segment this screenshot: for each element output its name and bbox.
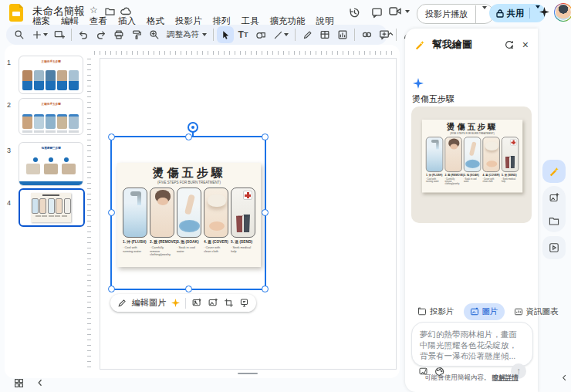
redo-icon[interactable]	[93, 26, 110, 43]
slideshow-button[interactable]: 投影片播放	[417, 4, 494, 24]
undo-icon[interactable]	[75, 26, 92, 43]
resize-handle-sw[interactable]	[108, 286, 115, 292]
soak-illustration	[177, 188, 201, 238]
print-icon[interactable]	[110, 26, 127, 43]
resize-handle-se[interactable]	[262, 286, 269, 292]
poster-step-send: 5. 送 (SEND)· Seek medical help	[502, 137, 519, 188]
comments-icon[interactable]	[370, 5, 383, 19]
vertical-ruler	[87, 59, 91, 367]
burn-treatment-poster: 燙傷五步驟 (FIVE STEPS FOR BURN TREATMENT) 1.…	[117, 163, 261, 267]
paint-format-icon[interactable]	[128, 26, 145, 43]
gemini-response-sparkle-icon	[413, 78, 424, 89]
notes-resize-handle[interactable]	[238, 373, 258, 374]
new-slide-layout-icon[interactable]	[51, 26, 68, 43]
learn-more-link[interactable]: 瞭解詳情	[492, 373, 519, 381]
poster-title: 燙傷五步驟	[117, 167, 261, 180]
slides-logo-icon[interactable]	[9, 4, 25, 22]
flush-illustration	[123, 188, 147, 238]
avatar[interactable]	[554, 3, 571, 22]
rail-image-icon[interactable]	[542, 186, 566, 209]
version-history-icon[interactable]	[347, 5, 361, 19]
slide-thumbnail-1[interactable]: 正確洗手五步驟	[19, 56, 83, 94]
collapse-panel-icon[interactable]	[560, 373, 569, 382]
prompt-input[interactable]: 夢幻的熱帶雨林相片，畫面中陽光照耀各色花朵綻放，背景有一瀑布沿著懸崖傾... ↑	[411, 322, 533, 367]
tab-infographic[interactable]: 資訊圖表	[508, 303, 565, 320]
crop-image-button[interactable]	[224, 298, 234, 308]
resize-handle-nw[interactable]	[108, 133, 115, 140]
poster-step-soak: 3. 泡 (SOAK)· Soak in cool water	[464, 137, 481, 188]
send-illustration	[231, 188, 255, 238]
zoom-fit-dropdown[interactable]: 調整為符	[164, 26, 210, 43]
cover-illustration	[482, 137, 499, 172]
share-button[interactable]: 共用	[489, 4, 546, 22]
resize-handle-n[interactable]	[185, 133, 192, 140]
rail-play-icon[interactable]	[542, 236, 566, 259]
edit-image-button[interactable]: 編輯圖片	[132, 297, 166, 309]
prompt-input-placeholder: 夢幻的熱帶雨林相片，畫面中陽光照耀各色花朵綻放，背景有一瀑布沿著懸崖傾...	[412, 323, 532, 361]
textbox-tool-icon[interactable]: TT	[235, 26, 252, 43]
resize-handle-s[interactable]	[185, 286, 192, 292]
line-tool-icon[interactable]	[270, 26, 292, 43]
share-dropdown[interactable]	[530, 8, 546, 18]
remove-illustration	[444, 137, 461, 172]
cover-illustration	[204, 188, 228, 238]
rail-help-me-visualize-active[interactable]	[542, 160, 566, 183]
poster-step-flush: 1. 沖 (FLUSH)· Cool with running water	[426, 137, 443, 188]
add-image-button[interactable]	[208, 298, 218, 308]
generated-image-preview[interactable]: 燙傷五步驟 (FIVE STEPS FOR BURN TREATMENT) 1.…	[411, 106, 532, 223]
tab-image-selected[interactable]: 圖片	[464, 303, 505, 320]
poster-subtitle: (FIVE STEPS FOR BURN TREATMENT)	[434, 132, 510, 135]
slide-number: 3	[7, 147, 11, 154]
prompt-text: 燙傷五步驟	[412, 93, 454, 105]
slide-thumbnail-3[interactable]: 地震應變三步驟	[19, 142, 83, 186]
panel-title: 幫我繪圖	[432, 38, 472, 52]
rail-folder-icon[interactable]	[542, 209, 566, 232]
resize-handle-w[interactable]	[108, 209, 115, 216]
feedback-button[interactable]	[239, 298, 249, 308]
collapse-filmstrip-icon[interactable]	[35, 378, 45, 387]
pen-tool-icon[interactable]	[299, 26, 316, 43]
close-panel-icon[interactable]: ×	[522, 39, 529, 51]
send-illustration	[502, 137, 519, 172]
selected-image[interactable]: 燙傷五步驟 (FIVE STEPS FOR BURN TREATMENT) 1.…	[110, 136, 266, 290]
tab-slides[interactable]: 投影片	[411, 303, 461, 320]
table-icon[interactable]	[316, 26, 333, 43]
disclaimer: 可能會使用簡報內容。 瞭解詳情	[405, 373, 538, 383]
poster-step-cover: 4. 蓋 (COVER)· Cover with clean cloth	[204, 188, 228, 262]
zoom-icon[interactable]	[146, 26, 163, 43]
slide-number: 2	[7, 101, 11, 109]
generated-poster-slot: 燙傷五步驟 (FIVE STEPS FOR BURN TREATMENT) 1.…	[422, 120, 532, 223]
slide-thumbnail-4-selected[interactable]	[19, 188, 85, 227]
main-toolbar: 調整為符 TT ⋮	[6, 25, 387, 45]
search-menus-icon[interactable]	[11, 26, 28, 43]
reset-history-icon[interactable]	[504, 39, 515, 50]
meet-button[interactable]	[389, 5, 410, 17]
grid-view-icon[interactable]	[14, 378, 24, 388]
poster-step-send: 5. 送 (SEND)· Seek medical help	[231, 188, 255, 262]
replace-image-button[interactable]	[191, 298, 202, 308]
resize-handle-e[interactable]	[262, 209, 269, 216]
new-slide-button[interactable]	[29, 26, 50, 43]
ai-sparkle-icon	[171, 299, 180, 307]
edit-pen-icon	[117, 299, 127, 308]
poster-step-soak: 3. 泡 (SOAK)· Soak in cool water	[177, 188, 201, 262]
insert-link-icon[interactable]	[358, 26, 375, 43]
chart-icon[interactable]	[334, 26, 351, 43]
poster-title: 燙傷五步驟	[422, 123, 522, 132]
soak-illustration	[464, 137, 481, 172]
poster-step-flush: 1. 沖 (FLUSH)· Cool with running water	[123, 188, 147, 262]
slide-thumbnail-2[interactable]: 正確洗手五步驟	[19, 98, 83, 135]
horizontal-ruler	[94, 51, 395, 55]
burn-treatment-poster: 燙傷五步驟 (FIVE STEPS FOR BURN TREATMENT) 1.…	[422, 120, 522, 193]
flush-illustration	[426, 137, 443, 172]
google-slides-window: 未命名簡報 ☆ 檔案 編輯 查看 插入 格式 投影片 排列 工具 擴充功能 說明…	[0, 0, 571, 392]
poster-step-cover: 4. 蓋 (COVER)· Cover with clean cloth	[482, 137, 499, 188]
poster-step-remove: 2. 脫 (REMOVE)· Carefully remove clothing…	[444, 137, 461, 188]
select-tool-icon[interactable]	[217, 26, 234, 43]
remove-illustration	[150, 188, 174, 238]
shape-tool-icon[interactable]	[252, 26, 269, 43]
resize-handle-ne[interactable]	[262, 133, 269, 140]
poster-subtitle: (FIVE STEPS FOR BURN TREATMENT)	[135, 181, 243, 184]
collapse-toolbar-icon[interactable]	[386, 29, 395, 39]
generation-type-tabs: 投影片 圖片 資訊圖表	[411, 303, 565, 320]
